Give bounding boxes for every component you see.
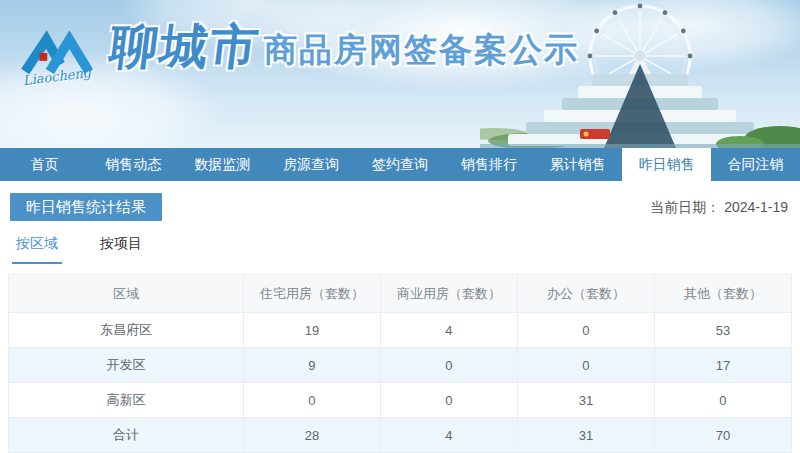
nav-item-data-monitoring[interactable]: 数据监测 [178, 148, 267, 181]
sales-table: 区域 住宅用房（套数） 商业用房（套数） 办公（套数） 其他（套数） 东昌府区 … [8, 274, 792, 453]
region-cell: 开发区 [9, 348, 244, 383]
column-header-residential: 住宅用房（套数） [243, 275, 380, 313]
value-cell: 0 [517, 313, 654, 348]
table-row: 高新区 0 0 31 0 [9, 383, 792, 418]
region-cell: 合计 [9, 418, 244, 453]
table-row: 东昌府区 19 4 0 53 [9, 313, 792, 348]
header-bottom-edge [0, 144, 800, 148]
value-cell: 0 [517, 348, 654, 383]
nav-item-yesterday-sales[interactable]: 昨日销售 [622, 148, 711, 181]
value-cell: 19 [243, 313, 380, 348]
title-row: 昨日销售统计结果 当前日期：2024-1-19 [10, 193, 790, 221]
current-date: 当前日期：2024-1-19 [650, 193, 788, 221]
value-cell: 28 [243, 418, 380, 453]
table-header-row: 区域 住宅用房（套数） 商业用房（套数） 办公（套数） 其他（套数） [9, 275, 792, 313]
column-header-other: 其他（套数） [654, 275, 791, 313]
region-cell: 东昌府区 [9, 313, 244, 348]
table-row: 开发区 9 0 0 17 [9, 348, 792, 383]
logo: Liaocheng [14, 29, 100, 84]
value-cell: 0 [380, 348, 517, 383]
site-brand[interactable]: Liaocheng 聊城市 商品房网签备案公示 [14, 22, 579, 84]
column-header-region: 区域 [9, 275, 244, 313]
column-header-office: 办公（套数） [517, 275, 654, 313]
value-cell: 70 [654, 418, 791, 453]
column-header-commercial: 商业用房（套数） [380, 275, 517, 313]
value-cell: 0 [243, 383, 380, 418]
value-cell: 31 [517, 418, 654, 453]
nav-item-contract-cancellation[interactable]: 合同注销 [711, 148, 800, 181]
current-date-value: 2024-1-19 [724, 199, 788, 215]
view-tabs: 按区域 按项目 [12, 235, 800, 264]
site-title: 商品房网签备案公示 [264, 33, 579, 66]
city-name: 聊城市 [107, 22, 263, 70]
region-cell: 高新区 [9, 383, 244, 418]
section-title-banner: 昨日销售统计结果 [10, 193, 162, 221]
table-row-total: 合计 28 4 31 70 [9, 418, 792, 453]
value-cell: 4 [380, 313, 517, 348]
nav-item-sales-ranking[interactable]: 销售排行 [444, 148, 533, 181]
tab-by-project[interactable]: 按项目 [96, 235, 146, 264]
value-cell: 9 [243, 348, 380, 383]
current-date-label: 当前日期： [650, 199, 720, 215]
value-cell: 31 [517, 383, 654, 418]
nav-item-cumulative-sales[interactable]: 累计销售 [533, 148, 622, 181]
tab-by-region[interactable]: 按区域 [12, 235, 62, 264]
nav-item-listing-query[interactable]: 房源查询 [267, 148, 356, 181]
main-content: 昨日销售统计结果 当前日期：2024-1-19 按区域 按项目 区域 住宅用房（… [0, 193, 800, 453]
nav-item-sales-dynamics[interactable]: 销售动态 [89, 148, 178, 181]
value-cell: 4 [380, 418, 517, 453]
value-cell: 0 [654, 383, 791, 418]
value-cell: 17 [654, 348, 791, 383]
value-cell: 53 [654, 313, 791, 348]
nav-item-home[interactable]: 首页 [0, 148, 89, 181]
value-cell: 0 [380, 383, 517, 418]
nav-item-contract-query[interactable]: 签约查询 [356, 148, 445, 181]
main-navbar: 首页 销售动态 数据监测 房源查询 签约查询 销售排行 累计销售 昨日销售 合同… [0, 148, 800, 181]
header-banner: Liaocheng 聊城市 商品房网签备案公示 [0, 0, 800, 148]
